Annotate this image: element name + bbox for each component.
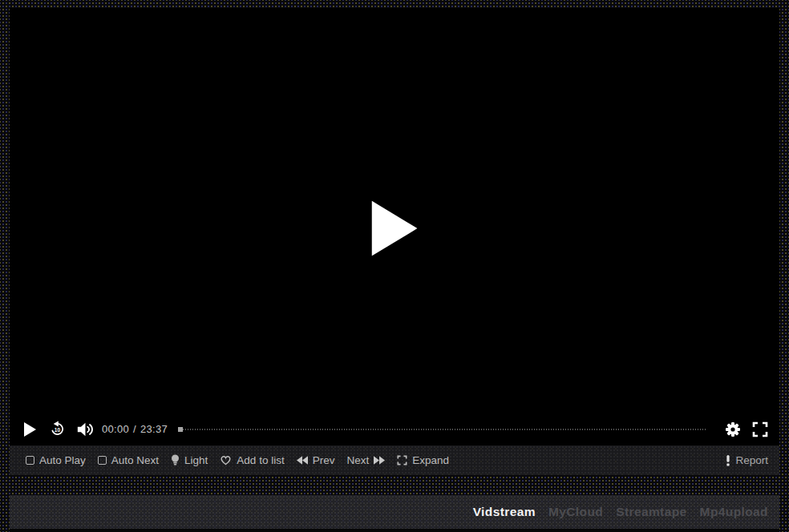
server-tab-streamtape[interactable]: Streamtape bbox=[616, 506, 686, 522]
volume-button[interactable] bbox=[76, 421, 94, 437]
play-icon bbox=[24, 422, 36, 437]
report-label: Report bbox=[735, 455, 768, 466]
expand-label: Expand bbox=[412, 455, 449, 466]
time-current: 00:00 bbox=[102, 423, 129, 435]
playhead[interactable] bbox=[178, 427, 183, 432]
gear-icon bbox=[725, 421, 741, 437]
fullscreen-icon bbox=[752, 421, 768, 437]
lightbulb-icon bbox=[171, 454, 180, 466]
server-tab-mp4upload[interactable]: Mp4upload bbox=[700, 506, 768, 522]
expand-icon bbox=[397, 455, 407, 466]
volume-icon bbox=[76, 421, 94, 437]
exclamation-icon bbox=[726, 455, 730, 466]
auto-next-label: Auto Next bbox=[111, 455, 159, 466]
light-label: Light bbox=[184, 455, 208, 466]
player-controls: 10 00:00/23:37 bbox=[10, 413, 779, 445]
expand-button[interactable]: Expand bbox=[397, 455, 449, 466]
prev-label: Prev bbox=[313, 455, 335, 466]
prev-episode-button[interactable]: Prev bbox=[297, 455, 335, 466]
next-label: Next bbox=[346, 455, 369, 466]
rewind-10-button[interactable]: 10 bbox=[49, 421, 66, 437]
auto-play-toggle[interactable]: Auto Play bbox=[26, 455, 86, 466]
servers-panel: Vidstream MyCloud Streamtape Mp4upload bbox=[10, 495, 779, 532]
time-separator: / bbox=[133, 423, 136, 435]
auto-next-toggle[interactable]: Auto Next bbox=[98, 455, 159, 466]
prev-icon bbox=[297, 456, 308, 465]
player-toolbar: Auto Play Auto Next Light Add to list bbox=[10, 445, 779, 475]
panel-bottom-edge bbox=[10, 529, 779, 532]
time-duration: 23:37 bbox=[140, 423, 168, 435]
auto-play-label: Auto Play bbox=[39, 455, 86, 466]
next-icon bbox=[374, 456, 385, 465]
next-episode-button[interactable]: Next bbox=[346, 455, 385, 466]
play-icon bbox=[372, 201, 418, 256]
server-tab-mycloud[interactable]: MyCloud bbox=[548, 506, 603, 522]
settings-button[interactable] bbox=[725, 421, 741, 437]
checkbox-icon bbox=[26, 456, 34, 465]
video-player[interactable]: 10 00:00/23:37 bbox=[10, 8, 779, 445]
add-to-list-label: Add to list bbox=[237, 455, 284, 466]
light-toggle[interactable]: Light bbox=[171, 454, 208, 466]
report-button[interactable]: Report bbox=[726, 455, 768, 466]
server-tab-vidstream[interactable]: Vidstream bbox=[473, 506, 536, 522]
big-play-button[interactable] bbox=[372, 201, 418, 256]
seek-bar[interactable] bbox=[178, 429, 706, 430]
rewind-10-icon: 10 bbox=[49, 421, 66, 437]
fullscreen-button[interactable] bbox=[752, 421, 768, 437]
heart-icon bbox=[220, 455, 232, 466]
time-display: 00:00/23:37 bbox=[102, 423, 168, 435]
svg-text:10: 10 bbox=[55, 427, 61, 433]
play-button[interactable] bbox=[24, 422, 36, 437]
add-to-list-button[interactable]: Add to list bbox=[220, 455, 284, 466]
checkbox-icon bbox=[98, 456, 107, 465]
